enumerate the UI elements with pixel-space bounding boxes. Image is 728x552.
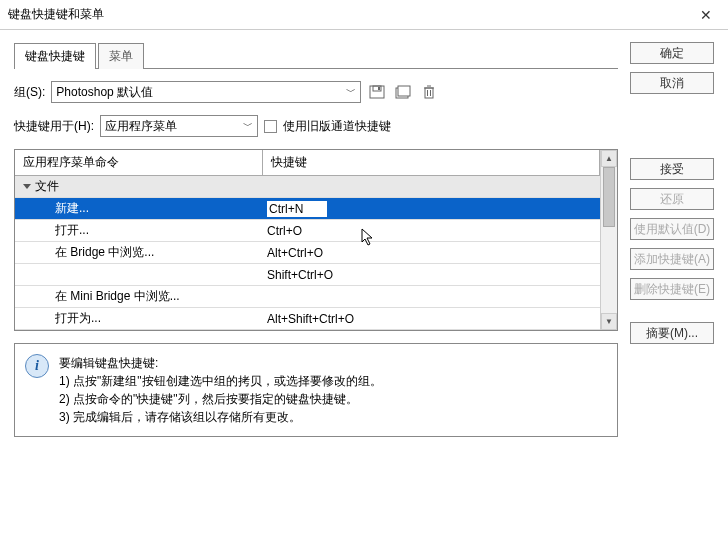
table-row[interactable]: 打开为... Alt+Shift+Ctrl+O (15, 308, 600, 330)
cmd-cell: 打开... (15, 222, 263, 239)
info-line: 3) 完成编辑后，请存储该组以存储所有更改。 (59, 408, 382, 426)
table-row[interactable]: 在 Mini Bridge 中浏览... (15, 286, 600, 308)
col-shortcut[interactable]: 快捷键 (263, 150, 600, 175)
vertical-scrollbar[interactable]: ▲ ▼ (600, 150, 617, 330)
set-value: Photoshop 默认值 (56, 84, 153, 101)
info-icon: i (25, 354, 49, 378)
key-cell[interactable]: Ctrl+N (263, 201, 600, 217)
used-label: 快捷键用于(H): (14, 118, 94, 135)
table-body: 应用程序菜单命令 快捷键 文件 新建... Ctrl+N 打开... Ctrl+… (15, 150, 600, 330)
key-cell: Alt+Shift+Ctrl+O (263, 312, 600, 326)
info-title: 要编辑键盘快捷键: (59, 354, 382, 372)
scroll-up-icon[interactable]: ▲ (601, 150, 617, 167)
disclosure-triangle-icon (23, 184, 31, 189)
button-column: 确定 取消 接受 还原 使用默认值(D) 添加快捷键(A) 删除快捷键(E) 摘… (630, 42, 714, 437)
group-row-file[interactable]: 文件 (15, 176, 600, 198)
tab-shortcuts[interactable]: 键盘快捷键 (14, 43, 96, 69)
dialog-body: 键盘快捷键 菜单 组(S): Photoshop 默认值 ﹀ 快捷键用于(H):… (0, 30, 728, 449)
info-line: 2) 点按命令的"快捷键"列，然后按要指定的键盘快捷键。 (59, 390, 382, 408)
trash-icon[interactable] (419, 82, 439, 102)
save-set-icon[interactable] (367, 82, 387, 102)
cmd-cell: 在 Bridge 中浏览... (15, 244, 263, 261)
svg-rect-2 (378, 87, 380, 90)
scroll-track[interactable] (601, 167, 617, 313)
key-cell: Shift+Ctrl+O (263, 268, 600, 282)
col-command[interactable]: 应用程序菜单命令 (15, 150, 263, 175)
group-label: 文件 (35, 178, 59, 195)
key-cell: Ctrl+O (263, 224, 600, 238)
used-select[interactable]: 应用程序菜单 ﹀ (100, 115, 258, 137)
new-set-icon[interactable] (393, 82, 413, 102)
add-shortcut-button[interactable]: 添加快捷键(A) (630, 248, 714, 270)
close-icon[interactable]: ✕ (692, 3, 720, 27)
table-row[interactable]: 新建... Ctrl+N (15, 198, 600, 220)
delete-shortcut-button[interactable]: 删除快捷键(E) (630, 278, 714, 300)
table-row[interactable]: Shift+Ctrl+O (15, 264, 600, 286)
info-box: i 要编辑键盘快捷键: 1) 点按"新建组"按钮创建选中组的拷贝，或选择要修改的… (14, 343, 618, 437)
accept-button[interactable]: 接受 (630, 158, 714, 180)
shortcut-table: 应用程序菜单命令 快捷键 文件 新建... Ctrl+N 打开... Ctrl+… (14, 149, 618, 331)
svg-rect-4 (398, 86, 410, 96)
set-row: 组(S): Photoshop 默认值 ﹀ (14, 81, 618, 103)
shortcut-edit-field[interactable]: Ctrl+N (267, 201, 327, 217)
scroll-down-icon[interactable]: ▼ (601, 313, 617, 330)
cmd-cell: 新建... (15, 200, 263, 217)
used-value: 应用程序菜单 (105, 118, 177, 135)
legacy-label: 使用旧版通道快捷键 (283, 118, 391, 135)
svg-rect-5 (425, 88, 433, 98)
ok-button[interactable]: 确定 (630, 42, 714, 64)
set-label: 组(S): (14, 84, 45, 101)
spacer (630, 308, 714, 314)
tab-strip: 键盘快捷键 菜单 (14, 42, 618, 69)
legacy-checkbox[interactable] (264, 120, 277, 133)
undo-button[interactable]: 还原 (630, 188, 714, 210)
window-title: 键盘快捷键和菜单 (8, 6, 104, 23)
table-row[interactable]: 打开... Ctrl+O (15, 220, 600, 242)
chevron-down-icon: ﹀ (346, 85, 356, 99)
set-select[interactable]: Photoshop 默认值 ﹀ (51, 81, 361, 103)
summary-button[interactable]: 摘要(M)... (630, 322, 714, 344)
info-text: 要编辑键盘快捷键: 1) 点按"新建组"按钮创建选中组的拷贝，或选择要修改的组。… (59, 354, 382, 426)
scroll-thumb[interactable] (603, 167, 615, 227)
cmd-cell: 打开为... (15, 310, 263, 327)
table-row[interactable]: 在 Bridge 中浏览... Alt+Ctrl+O (15, 242, 600, 264)
chevron-down-icon: ﹀ (243, 119, 253, 133)
cmd-cell: 在 Mini Bridge 中浏览... (15, 288, 263, 305)
used-row: 快捷键用于(H): 应用程序菜单 ﹀ 使用旧版通道快捷键 (14, 115, 618, 137)
svg-rect-0 (370, 86, 384, 98)
key-cell: Alt+Ctrl+O (263, 246, 600, 260)
use-default-button[interactable]: 使用默认值(D) (630, 218, 714, 240)
titlebar: 键盘快捷键和菜单 ✕ (0, 0, 728, 30)
table-header: 应用程序菜单命令 快捷键 (15, 150, 600, 176)
info-line: 1) 点按"新建组"按钮创建选中组的拷贝，或选择要修改的组。 (59, 372, 382, 390)
spacer (630, 102, 714, 150)
main-panel: 键盘快捷键 菜单 组(S): Photoshop 默认值 ﹀ 快捷键用于(H):… (14, 42, 618, 437)
tab-menus[interactable]: 菜单 (98, 43, 144, 69)
cancel-button[interactable]: 取消 (630, 72, 714, 94)
